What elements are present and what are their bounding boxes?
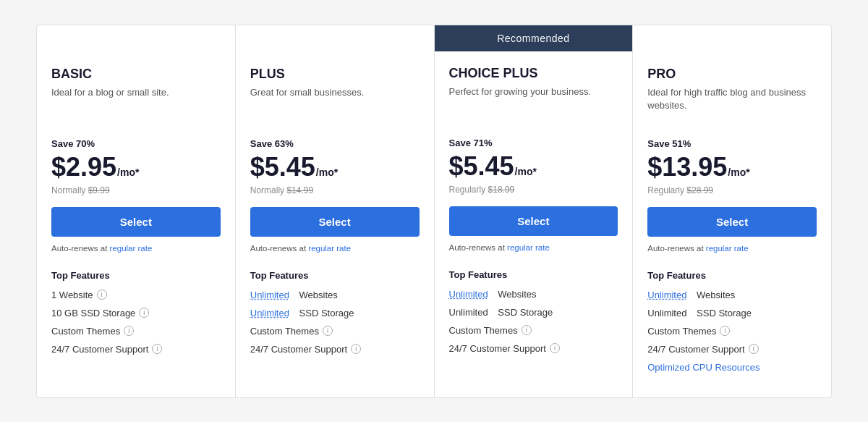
info-icon: i (749, 344, 759, 354)
feature-text: 24/7 Customer Support (647, 344, 744, 355)
feature-text: Custom Themes (647, 326, 716, 337)
spacer (236, 25, 434, 52)
plan-name: PRO (647, 67, 817, 82)
regular-rate-link[interactable]: regular rate (110, 244, 153, 253)
feature-prefix: Unlimited (449, 307, 488, 318)
original-price: $14.99 (286, 185, 313, 195)
feature-item: Unlimited Websites (449, 289, 618, 300)
select-button[interactable]: Select (449, 206, 618, 236)
feature-item: Custom Themes i (250, 326, 420, 337)
plan-body: BASIC Ideal for a blog or small site. Sa… (37, 52, 235, 397)
price-per: /mo* (728, 166, 749, 178)
select-button[interactable]: Select (51, 207, 221, 237)
feature-text: SSD Storage (697, 308, 752, 318)
info-icon: i (323, 326, 333, 336)
feature-item: Unlimited Websites (647, 290, 817, 300)
plan-tagline: Ideal for a blog or small site. (51, 86, 221, 124)
auto-renew-text: Auto-renews at regular rate (647, 244, 817, 253)
feature-prefix[interactable]: Unlimited (250, 290, 289, 300)
price-dollar: $13.95 (647, 152, 727, 182)
info-icon: i (720, 326, 730, 336)
feature-item: 24/7 Customer Support i (250, 344, 420, 355)
info-icon: i (152, 344, 162, 354)
plan-card-basic: BASIC Ideal for a blog or small site. Sa… (37, 25, 236, 397)
feature-text: 24/7 Customer Support (51, 344, 148, 355)
plan-card-plus: PLUS Great for small businesses. Save 63… (236, 25, 435, 397)
plan-body: PLUS Great for small businesses. Save 63… (236, 52, 434, 397)
price-row: $13.95 /mo* (647, 152, 817, 182)
features-label: Top Features (250, 270, 420, 281)
original-price: $18.99 (488, 185, 515, 195)
plan-card-choice-plus: Recommended CHOICE PLUS Perfect for grow… (435, 25, 634, 397)
feature-text: Websites (498, 289, 536, 300)
original-price: $9.99 (88, 185, 110, 195)
feature-item: 1 Website i (51, 290, 221, 300)
save-badge: Save 70% (51, 138, 221, 149)
auto-renew-text: Auto-renews at regular rate (449, 243, 618, 252)
save-badge: Save 63% (250, 138, 420, 149)
features-label: Top Features (647, 270, 817, 281)
spacer (37, 25, 235, 52)
price-per: /mo* (316, 166, 338, 178)
feature-text: SSD Storage (299, 308, 354, 318)
feature-item: Custom Themes i (647, 326, 817, 337)
feature-text: Custom Themes (449, 325, 518, 336)
price-normal: Normally $9.99 (51, 185, 221, 195)
feature-item: Unlimited SSD Storage (647, 308, 817, 318)
plan-body: CHOICE PLUS Perfect for growing your bus… (435, 51, 633, 397)
plan-card-pro: PRO Ideal for high traffic blog and busi… (633, 25, 831, 397)
auto-renew-text: Auto-renews at regular rate (51, 244, 221, 253)
feature-item: Unlimited Websites (250, 290, 420, 300)
price-per: /mo* (515, 166, 537, 177)
save-badge: Save 71% (449, 138, 618, 148)
regular-rate-link[interactable]: regular rate (308, 244, 351, 253)
price-dollar: $5.45 (250, 152, 315, 182)
feature-text: Custom Themes (51, 326, 120, 337)
feature-text: 1 Website (51, 290, 93, 300)
feature-item: Custom Themes i (449, 325, 618, 336)
feature-item: 24/7 Customer Support i (449, 343, 618, 354)
regular-rate-link[interactable]: regular rate (507, 243, 550, 252)
feature-item: Unlimited SSD Storage (250, 308, 420, 318)
info-icon: i (124, 326, 134, 336)
info-icon: i (139, 308, 149, 318)
feature-item: 24/7 Customer Support i (51, 344, 221, 355)
feature-prefix[interactable]: Unlimited (449, 289, 488, 300)
plan-name: PLUS (250, 67, 420, 82)
info-icon: i (522, 325, 532, 335)
feature-prefix[interactable]: Unlimited (647, 290, 686, 300)
price-normal: Normally $14.99 (250, 185, 420, 195)
price-normal: Regularly $28.99 (647, 185, 817, 195)
price-row: $5.45 /mo* (250, 152, 420, 182)
price-dollar: $2.95 (51, 152, 116, 182)
feature-item: Optimized CPU Resources (647, 362, 817, 373)
feature-prefix: Unlimited (647, 308, 686, 318)
feature-text: Websites (697, 290, 735, 300)
pricing-table: BASIC Ideal for a blog or small site. Sa… (36, 25, 832, 398)
price-row: $5.45 /mo* (449, 151, 618, 182)
price-per: /mo* (117, 166, 139, 178)
price-normal: Regularly $18.99 (449, 185, 618, 195)
plan-name: BASIC (51, 67, 221, 82)
info-icon: i (351, 344, 361, 354)
feature-item: 10 GB SSD Storage i (51, 308, 221, 318)
feature-item: 24/7 Customer Support i (647, 344, 817, 355)
price-row: $2.95 /mo* (51, 152, 221, 182)
select-button[interactable]: Select (647, 207, 817, 237)
info-icon: i (97, 290, 107, 300)
regular-rate-link[interactable]: regular rate (706, 244, 749, 253)
features-label: Top Features (449, 269, 618, 280)
feature-item: Custom Themes i (51, 326, 221, 337)
spacer (633, 25, 831, 52)
feature-text: Custom Themes (250, 326, 319, 337)
feature-prefix[interactable]: Unlimited (250, 308, 289, 318)
original-price: $28.99 (686, 185, 713, 195)
feature-text: 10 GB SSD Storage (51, 308, 135, 318)
feature-link[interactable]: Optimized CPU Resources (647, 362, 760, 373)
select-button[interactable]: Select (250, 207, 420, 237)
plan-tagline: Ideal for high traffic blog and business… (647, 86, 817, 124)
feature-item: Unlimited SSD Storage (449, 307, 618, 318)
plan-tagline: Perfect for growing your business. (449, 85, 618, 123)
plan-name: CHOICE PLUS (449, 66, 618, 81)
plan-body: PRO Ideal for high traffic blog and busi… (633, 52, 831, 397)
